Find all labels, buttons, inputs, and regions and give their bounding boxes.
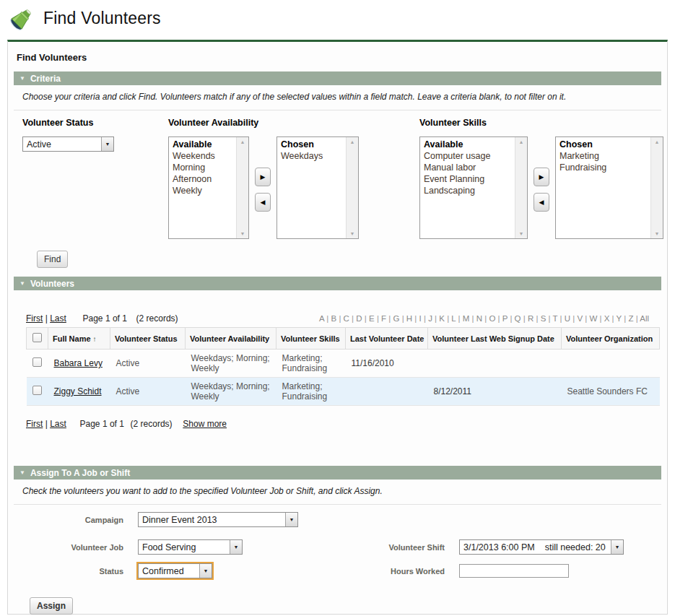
skill-option[interactable]: Event Planning xyxy=(420,173,515,185)
move-right-button[interactable]: ▶ xyxy=(255,168,271,186)
column-volunteer-organization[interactable]: Volunteer Organization xyxy=(562,328,660,350)
last-page-link[interactable]: Last xyxy=(50,419,66,429)
dropdown-arrow-icon[interactable]: ▼ xyxy=(101,137,113,151)
still-needed-text: still needed: 20 xyxy=(545,542,606,552)
availability-option[interactable]: Weekends xyxy=(169,150,236,162)
column-volunteer-status[interactable]: Volunteer Status xyxy=(110,328,186,350)
availability-option[interactable]: Weekly xyxy=(169,185,236,196)
volunteer-job-select[interactable]: Food Serving ▼ xyxy=(138,539,243,555)
skill-option[interactable]: Manual labor xyxy=(420,162,515,173)
scrollbar[interactable]: ▲ ▼ xyxy=(515,137,527,238)
alphabet-link[interactable]: K xyxy=(432,314,445,323)
volunteer-shift-label: Volunteer Shift xyxy=(344,543,459,552)
alphabet-link[interactable]: H xyxy=(399,314,412,323)
scroll-up-icon[interactable]: ▲ xyxy=(350,139,355,144)
scrollbar[interactable]: ▲ ▼ xyxy=(346,137,358,238)
criteria-section-header[interactable]: ▼ Criteria xyxy=(14,71,661,85)
alphabet-link[interactable]: V xyxy=(570,314,583,323)
collapse-arrow-icon: ▼ xyxy=(19,76,25,82)
column-full-name[interactable]: Full Name↑ xyxy=(48,328,110,350)
alphabet-link[interactable]: P xyxy=(495,314,508,323)
alphabet-link[interactable]: W xyxy=(583,314,597,323)
move-left-button[interactable]: ◀ xyxy=(534,193,549,212)
first-page-link[interactable]: First xyxy=(26,313,43,324)
alphabet-link[interactable]: J xyxy=(422,314,432,323)
dropdown-arrow-icon[interactable]: ▼ xyxy=(285,513,297,526)
scroll-down-icon[interactable]: ▼ xyxy=(655,231,660,236)
availability-option[interactable]: Morning xyxy=(169,162,236,173)
scroll-up-icon[interactable]: ▲ xyxy=(240,139,245,144)
dropdown-arrow-icon[interactable]: ▼ xyxy=(199,564,212,578)
availability-option[interactable]: Afternoon xyxy=(169,173,236,185)
alphabet-link[interactable]: I xyxy=(412,314,422,323)
scrollbar[interactable]: ▲ ▼ xyxy=(236,137,248,238)
alphabet-link[interactable]: C xyxy=(336,314,349,323)
scroll-down-icon[interactable]: ▼ xyxy=(350,231,355,236)
volunteers-section-header[interactable]: ▼ Volunteers xyxy=(14,277,661,290)
row-checkbox[interactable] xyxy=(32,386,42,395)
show-more-link[interactable]: Show more xyxy=(183,419,227,429)
scroll-down-icon[interactable]: ▼ xyxy=(519,231,524,236)
available-header: Available xyxy=(420,139,515,150)
availability-chosen-option[interactable]: Weekdays xyxy=(277,150,346,162)
assign-section-header[interactable]: ▼ Assign To A Job or Shift xyxy=(14,466,661,480)
dropdown-arrow-icon[interactable]: ▼ xyxy=(611,540,623,554)
volunteer-skills-label: Volunteer Skills xyxy=(419,118,663,128)
skill-chosen-option[interactable]: Marketing xyxy=(556,150,650,162)
column-volunteer-availability[interactable]: Volunteer Availability xyxy=(186,328,276,350)
alphabet-link[interactable]: D xyxy=(349,314,362,323)
alphabet-link[interactable]: X xyxy=(597,314,609,323)
volunteer-name-link[interactable]: Babara Levy xyxy=(54,358,103,368)
assign-button[interactable]: Assign xyxy=(30,597,73,615)
campaign-select[interactable]: Dinner Event 2013 ▼ xyxy=(138,512,298,527)
alphabet-link[interactable]: F xyxy=(375,314,386,323)
volunteer-job-label: Volunteer Job xyxy=(22,543,138,552)
alphabet-link[interactable]: E xyxy=(362,314,375,323)
select-all-checkbox[interactable] xyxy=(32,333,42,342)
availability-chosen-listbox[interactable]: Chosen Weekdays ▲ ▼ xyxy=(276,136,359,239)
alphabet-link[interactable]: L xyxy=(445,314,456,323)
scroll-up-icon[interactable]: ▲ xyxy=(519,139,524,144)
alphabet-link[interactable]: S xyxy=(534,314,546,323)
availability-available-listbox[interactable]: Available WeekendsMorningAfternoonWeekly… xyxy=(168,136,249,239)
alphabet-link[interactable]: G xyxy=(386,314,399,323)
column-last-web-signup-date[interactable]: Volunteer Last Web Signup Date xyxy=(428,328,562,350)
alphabet-link[interactable]: T xyxy=(546,314,557,323)
scroll-up-icon[interactable]: ▲ xyxy=(655,139,660,144)
alphabet-link[interactable]: Q xyxy=(508,314,521,323)
alphabet-link[interactable]: U xyxy=(557,314,570,323)
volunteer-shift-select[interactable]: 3/1/2013 6:00 PM still needed: 20 ▼ xyxy=(459,539,624,555)
alphabet-link[interactable]: Y xyxy=(609,314,622,323)
skills-chosen-listbox[interactable]: Chosen MarketingFundraising ▲ ▼ xyxy=(555,136,663,239)
alphabet-link[interactable]: All xyxy=(633,314,649,323)
criteria-form: Volunteer Status Active ▼ Volunteer Avai… xyxy=(8,110,667,246)
alphabet-link[interactable]: Z xyxy=(622,314,633,323)
move-left-button[interactable]: ◀ xyxy=(255,193,271,212)
alphabet-link[interactable]: R xyxy=(521,314,534,323)
skill-chosen-option[interactable]: Fundraising xyxy=(556,162,650,173)
status-select[interactable]: Confirmed ▼ xyxy=(138,563,212,578)
volunteer-status-select[interactable]: Active ▼ xyxy=(22,136,114,152)
row-checkbox[interactable] xyxy=(32,357,42,367)
alphabet-link[interactable]: N xyxy=(469,314,482,323)
volunteer-name-link[interactable]: Ziggy Schidt xyxy=(54,386,102,396)
skills-available-listbox[interactable]: Available Computer usageManual laborEven… xyxy=(419,136,528,239)
scrollbar[interactable]: ▲ ▼ xyxy=(650,137,663,238)
skill-option[interactable]: Computer usage xyxy=(420,150,515,162)
move-right-button[interactable]: ▶ xyxy=(534,168,549,186)
select-all-header[interactable] xyxy=(27,328,48,350)
dropdown-arrow-icon[interactable]: ▼ xyxy=(230,540,242,554)
hours-worked-label: Hours Worked xyxy=(344,567,459,576)
column-last-volunteer-date[interactable]: Last Volunteer Date xyxy=(346,328,428,350)
find-button[interactable]: Find xyxy=(37,251,68,268)
alphabet-link[interactable]: M xyxy=(456,314,469,323)
last-page-link[interactable]: Last xyxy=(50,313,66,324)
first-page-link[interactable]: First xyxy=(26,419,43,429)
scroll-down-icon[interactable]: ▼ xyxy=(240,231,245,236)
hours-worked-input[interactable] xyxy=(459,564,569,578)
panel-title: Find Volunteers xyxy=(8,42,667,71)
alphabet-link[interactable]: B xyxy=(324,314,336,323)
skill-option[interactable]: Landscaping xyxy=(420,185,515,196)
column-volunteer-skills[interactable]: Volunteer Skills xyxy=(276,328,346,350)
alphabet-link[interactable]: O xyxy=(482,314,495,323)
